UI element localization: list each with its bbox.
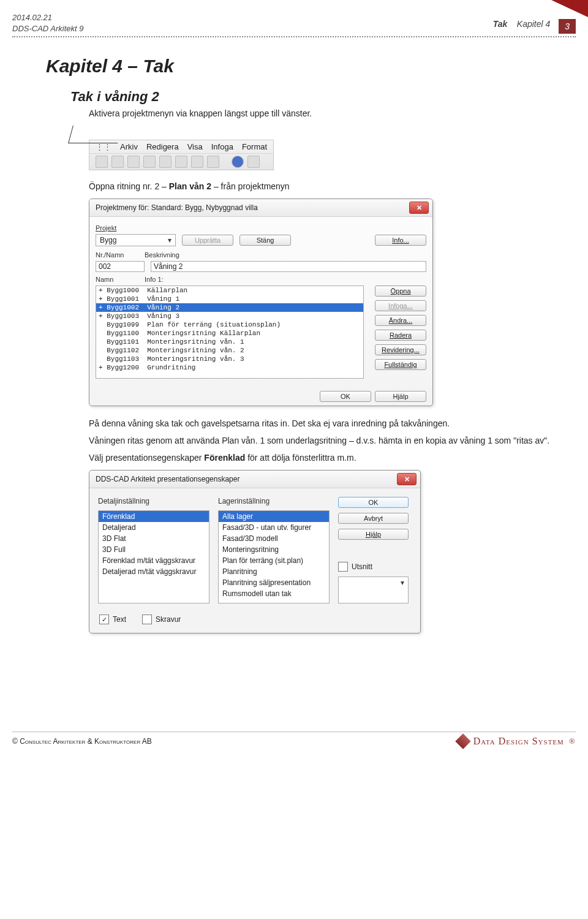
intro-paragraph: Aktivera projektmenyn via knappen längst… bbox=[89, 108, 557, 118]
list-item[interactable]: Bygg1103 Monteringsritning vån. 3 bbox=[96, 355, 363, 363]
utsnitt-checkbox[interactable] bbox=[338, 562, 348, 572]
menu-arkiv[interactable]: Arkiv bbox=[120, 142, 138, 151]
after-dialog-paragraph: På denna våning ska tak och gavelspetsar… bbox=[89, 418, 557, 428]
list-item[interactable]: Bygg1099 Plan för terräng (situationspla… bbox=[96, 320, 363, 329]
list-item[interactable]: Planritning bbox=[219, 566, 329, 577]
page-number: 3 bbox=[559, 19, 576, 34]
dds-logo: Data Design System ® bbox=[458, 736, 576, 747]
andra-button[interactable]: Ändra... bbox=[375, 315, 426, 326]
open-drawing-prefix: Öppna ritning nr. 2 – bbox=[89, 181, 169, 191]
list-item[interactable]: Detaljerad bbox=[99, 522, 209, 533]
list-item[interactable]: 3D Flat bbox=[99, 533, 209, 544]
label-lagerinstallning: Lagerinställning bbox=[218, 497, 330, 505]
revidering-button[interactable]: Revidering... bbox=[375, 344, 426, 355]
list-item[interactable]: + Bygg1200 Grundritning bbox=[96, 363, 363, 372]
menu-format[interactable]: Format bbox=[242, 142, 267, 151]
toolbar-icon[interactable] bbox=[111, 156, 124, 168]
label-utsnitt: Utsnitt bbox=[352, 562, 372, 571]
list-item[interactable]: Detaljerad m/tät väggskravur bbox=[99, 566, 209, 577]
nr-field[interactable]: 002 bbox=[96, 261, 145, 272]
toolbar-icon[interactable] bbox=[191, 156, 203, 168]
project-dialog-title: Projektmeny för: Standard: Bygg, Nybyggn… bbox=[96, 203, 258, 212]
header-date: 2014.02.21 bbox=[12, 12, 84, 23]
toolbar-icon[interactable] bbox=[207, 156, 219, 168]
list-item[interactable]: 3D Full bbox=[99, 544, 209, 555]
radera-button[interactable]: Radera bbox=[375, 330, 426, 341]
hjalp-button[interactable]: Hjälp bbox=[375, 391, 426, 402]
list-item[interactable]: Bygg1101 Monteringsritning vån. 1 bbox=[96, 338, 363, 346]
uppratta-button[interactable]: Upprätta bbox=[182, 235, 233, 246]
layer-listbox[interactable]: Alla lager Fasad/3D - utan utv. figurer … bbox=[218, 510, 330, 603]
label-nr: Nr./Namn bbox=[96, 251, 138, 259]
footer-copyright: © Consultec Arkitekter & Konstruktörer A… bbox=[12, 737, 152, 746]
page-footer: © Consultec Arkitekter & Konstruktörer A… bbox=[12, 732, 576, 747]
pres-note-suffix: för att dölja fönsterlittra m.m. bbox=[247, 453, 356, 463]
menu-visa[interactable]: Visa bbox=[187, 142, 203, 151]
label-beskrivning: Beskrivning bbox=[145, 251, 179, 259]
open-drawing-bold: Plan vån 2 bbox=[169, 181, 211, 191]
footer-brand: Data Design System bbox=[473, 736, 564, 747]
menu-redigera[interactable]: Redigera bbox=[146, 142, 179, 151]
page-header: 2014.02.21 DDS-CAD Arkitekt 9 Tak Kapite… bbox=[12, 12, 576, 34]
toolbar-icon[interactable] bbox=[247, 156, 260, 168]
detail-listbox[interactable]: Förenklad Detaljerad 3D Flat 3D Full För… bbox=[98, 510, 209, 603]
ok-button[interactable]: OK bbox=[320, 391, 371, 402]
list-item[interactable]: + Bygg1003 Våning 3 bbox=[96, 312, 363, 320]
copy-note-paragraph: Våningen ritas genom att använda Plan vå… bbox=[89, 436, 557, 445]
list-item-selected[interactable]: + Bygg1002 Våning 2 bbox=[96, 303, 363, 312]
list-item[interactable]: Bygg1100 Monteringsritning Källarplan bbox=[96, 329, 363, 338]
utsnitt-select[interactable] bbox=[338, 577, 409, 603]
info-button[interactable]: Info... bbox=[375, 235, 426, 246]
toolbar-globe-icon[interactable] bbox=[232, 156, 244, 168]
oppna-button[interactable]: Öppna bbox=[375, 286, 426, 297]
list-item[interactable]: Fasad/3D modell bbox=[219, 533, 329, 544]
list-item[interactable]: + Bygg1001 Våning 1 bbox=[96, 295, 363, 303]
toolbar-icon[interactable] bbox=[96, 156, 108, 168]
close-icon[interactable]: ✕ bbox=[409, 202, 429, 214]
list-item[interactable]: Planritning säljpresentation bbox=[219, 577, 329, 588]
subchapter-title: Tak i våning 2 bbox=[70, 89, 557, 105]
infoga-button[interactable]: Infoga... bbox=[375, 300, 426, 311]
list-item[interactable]: Monteringsritning bbox=[219, 544, 329, 555]
toolbar-icon[interactable] bbox=[159, 156, 172, 168]
list-item[interactable]: Fasad/3D - utan utv. figurer bbox=[219, 522, 329, 533]
hjalp-button[interactable]: Hjälp bbox=[338, 529, 409, 540]
project-select[interactable]: Bygg bbox=[96, 234, 176, 246]
toolbar-icon[interactable] bbox=[143, 156, 156, 168]
fullstandig-button[interactable]: Fullständig bbox=[375, 359, 426, 370]
page-corner-decoration bbox=[551, 0, 588, 17]
label-namn: Namn bbox=[96, 276, 138, 283]
app-menubar: ⋮⋮ Arkiv Redigera Visa Infoga Format bbox=[89, 140, 274, 170]
header-section: Tak bbox=[493, 19, 508, 29]
list-item[interactable]: Förenklad m/tät väggskravur bbox=[99, 555, 209, 566]
list-item[interactable]: + Bygg1000 Källarplan bbox=[96, 286, 363, 295]
toolbar-icon[interactable] bbox=[127, 156, 140, 168]
pres-note-bold: Förenklad bbox=[204, 453, 245, 463]
header-product: DDS-CAD Arkitekt 9 bbox=[12, 23, 84, 34]
label-projekt: Projekt bbox=[96, 224, 132, 232]
list-item-selected[interactable]: Förenklad bbox=[99, 511, 209, 522]
header-divider bbox=[12, 36, 576, 37]
avbryt-button[interactable]: Avbryt bbox=[338, 513, 409, 524]
list-item[interactable]: Rumsmodell utan tak bbox=[219, 588, 329, 599]
pres-note-prefix: Välj presentationsegenskaper bbox=[89, 453, 204, 463]
beskrivning-field[interactable]: Våning 2 bbox=[151, 261, 426, 272]
open-drawing-suffix: – från projektmenyn bbox=[214, 181, 290, 191]
ok-button[interactable]: OK bbox=[338, 497, 409, 508]
list-item[interactable]: Plan för terräng (sit.plan) bbox=[219, 555, 329, 566]
stang-button[interactable]: Stäng bbox=[239, 235, 291, 246]
list-item-selected[interactable]: Alla lager bbox=[219, 511, 329, 522]
list-item[interactable]: Bygg1102 Monteringsritning vån. 2 bbox=[96, 346, 363, 355]
text-checkbox[interactable]: ✓ bbox=[99, 615, 109, 624]
toolbar-icon[interactable] bbox=[175, 156, 187, 168]
label-skravur: Skravur bbox=[156, 615, 181, 624]
logo-cube-icon bbox=[455, 733, 470, 749]
pres-dialog-title: DDS-CAD Arkitekt presentationsegenskaper bbox=[96, 475, 239, 483]
skravur-checkbox[interactable] bbox=[142, 615, 152, 624]
drawings-listbox[interactable]: + Bygg1000 Källarplan + Bygg1001 Våning … bbox=[96, 286, 364, 379]
menu-infoga[interactable]: Infoga bbox=[211, 142, 233, 151]
label-text: Text bbox=[113, 615, 126, 624]
close-icon[interactable]: ✕ bbox=[397, 473, 417, 485]
project-menu-dialog: Projektmeny för: Standard: Bygg, Nybyggn… bbox=[89, 199, 433, 406]
presentation-properties-dialog: DDS-CAD Arkitekt presentationsegenskaper… bbox=[89, 470, 421, 633]
